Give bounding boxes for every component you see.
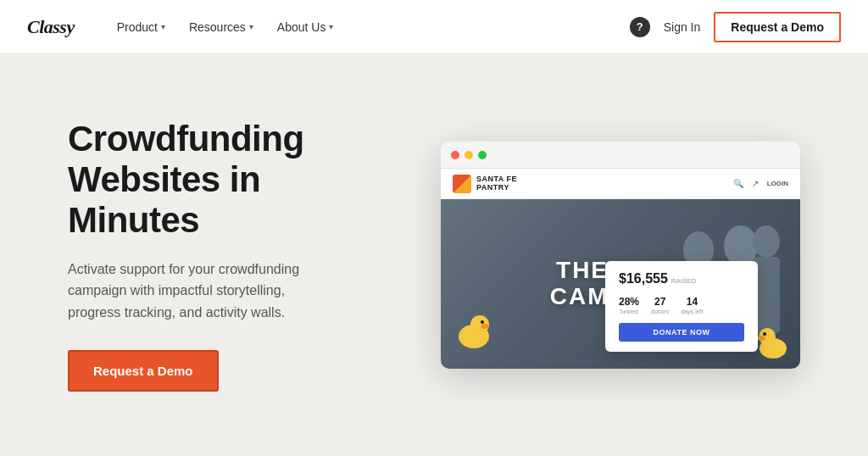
svg-point-9 [481,320,484,324]
site-name: SANTA FE Pantry [476,175,517,192]
hero-description: Activate support for your crowdfunding c… [68,259,339,324]
chevron-down-icon: ▾ [249,22,253,31]
stat-donors: 27 donors [651,293,669,314]
svg-point-2 [724,225,758,266]
duck-right-decoration [754,323,792,360]
stat-days-left: 14 days left [681,293,703,314]
share-icon: ↗ [752,179,759,188]
sign-in-button[interactable]: Sign In [664,20,701,34]
search-icon: 🔍 [733,179,743,188]
donation-amount: $16,555 RAISED [619,271,744,286]
request-demo-hero-button[interactable]: Request a Demo [68,350,219,392]
nav-links: Product ▾ Resources ▾ About Us ▾ [108,15,630,39]
nav-right: ? Sign In Request a Demo [630,12,841,42]
browser-mockup: SANTA FE Pantry 🔍 ↗ LOGIN [441,142,800,369]
browser-bar [441,142,800,169]
svg-point-12 [757,336,765,341]
site-nav-bar: SANTA FE Pantry 🔍 ↗ LOGIN [441,169,800,199]
svg-point-13 [763,332,766,336]
svg-point-8 [481,324,489,329]
site-logo: SANTA FE Pantry [453,175,517,193]
help-icon[interactable]: ? [630,17,650,37]
chevron-down-icon: ▾ [161,22,165,31]
hero-content: Crowdfunding Websites in Minutes Activat… [68,119,390,392]
nav-resources[interactable]: Resources ▾ [181,15,262,39]
svg-point-4 [753,225,780,258]
hero-section: Crowdfunding Websites in Minutes Activat… [0,54,868,456]
expand-dot [478,151,487,159]
close-dot [451,151,459,159]
chevron-down-icon: ▾ [329,22,333,31]
logo[interactable]: Classy [27,16,75,38]
minimize-dot [465,151,473,159]
nav-about-us[interactable]: About Us ▾ [269,15,342,39]
duck-left-decoration [453,309,495,352]
campaign-image: THE 30|90 CAMPAIGN [441,199,800,369]
donation-card: $16,555 RAISED 28% funded 27 donors 14 d… [605,261,758,352]
donation-stats: 28% funded 27 donors 14 days left [619,293,744,314]
navigation: Classy Product ▾ Resources ▾ About Us ▾ … [0,0,868,54]
site-logo-icon [453,175,471,193]
stat-funded: 28% funded [619,293,639,314]
login-label: LOGIN [767,180,788,187]
request-demo-nav-button[interactable]: Request a Demo [714,12,841,42]
hero-title: Crowdfunding Websites in Minutes [68,119,390,242]
site-nav-icons: 🔍 ↗ LOGIN [733,179,788,188]
donate-now-button[interactable]: DONATE NOW [619,323,744,342]
nav-product[interactable]: Product ▾ [108,15,174,39]
